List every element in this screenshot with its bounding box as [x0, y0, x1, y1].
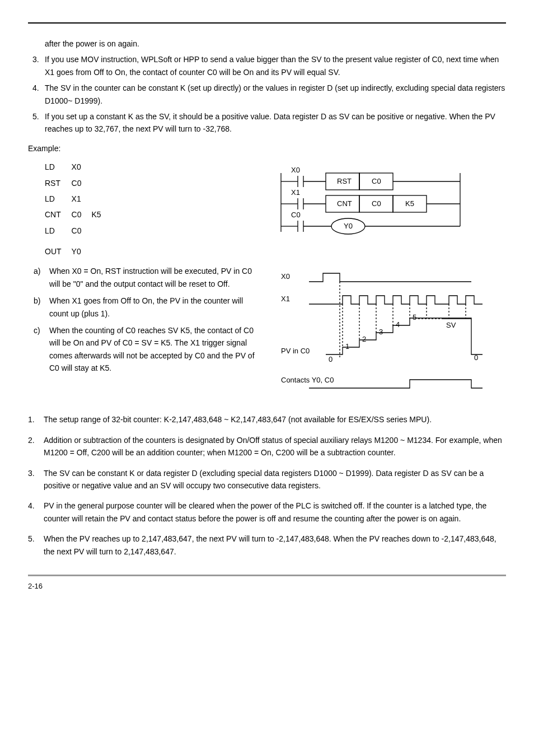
instr-op: RST — [45, 175, 72, 191]
ladder-label-k5: K5 — [405, 199, 414, 208]
timing-label-pv: PV in C0 — [281, 347, 310, 355]
list-text: Addition or subtraction of the counters … — [44, 436, 502, 457]
ladder-label-x1: X1 — [291, 188, 300, 197]
list-num: 5. — [32, 110, 39, 123]
instr-arg — [91, 239, 111, 259]
lettered-text: When X0 = On, RST instruction will be ex… — [49, 267, 252, 288]
timing-label-x1: X1 — [281, 295, 290, 303]
list-num: 3. — [32, 53, 39, 66]
ladder-diagram: X0 RST C0 X1 CNT C0 K5 C0 Y0 — [270, 159, 483, 243]
table-row: RSTC0 — [45, 175, 111, 191]
bottom-rule — [28, 575, 506, 576]
list-item-3: 3.If you use MOV instruction, WPLSoft or… — [32, 53, 506, 78]
timing-diagram-column: X0 X1 PV in C0 Contacts Y0, C0 0 1 2 3 4… — [270, 259, 506, 399]
instr-arg: C0 — [72, 207, 92, 222]
bottom-numbered-list: 1.The setup range of 32-bit counter: K-2… — [28, 413, 506, 558]
lettered-item-c: c)When the counting of C0 reaches SV K5,… — [34, 324, 264, 375]
ladder-label-c0b: C0 — [372, 199, 381, 208]
list-num: 2. — [28, 434, 35, 446]
timing-label-3: 3 — [379, 328, 383, 336]
instr-op: LD — [45, 223, 72, 239]
list-num: 4. — [32, 82, 39, 94]
top-numbered-list: 3.If you use MOV instruction, WPLSoft or… — [32, 53, 506, 135]
list-num: 4. — [28, 500, 35, 512]
lettered-list: a)When X0 = On, RST instruction will be … — [34, 265, 264, 374]
list-item-b1: 1.The setup range of 32-bit counter: K-2… — [28, 413, 506, 426]
list-text: The setup range of 32-bit counter: K-2,1… — [44, 415, 432, 424]
ladder-label-x0: X0 — [291, 166, 300, 174]
ladder-diagram-column: X0 RST C0 X1 CNT C0 K5 C0 Y0 — [270, 159, 506, 243]
ladder-label-c0c: C0 — [291, 211, 301, 219]
ladder-label-rst: RST — [337, 177, 352, 185]
table-row: LDX1 — [45, 191, 111, 207]
list-item-4: 4.The SV in the counter can be constant … — [32, 82, 506, 107]
timing-label-0: 0 — [329, 355, 332, 363]
list-text: If you use MOV instruction, WPLSoft or H… — [45, 55, 499, 76]
timing-label-5: 5 — [413, 313, 416, 321]
timing-label-2: 2 — [362, 335, 366, 343]
list-item-b3: 3.The SV can be constant K or data regis… — [28, 467, 506, 492]
instruction-table: LDX0 RSTC0 LDX1 CNTC0K5 LDC0 OUTY0 — [45, 159, 111, 259]
instr-arg — [91, 159, 111, 175]
list-text: If you set up a constant K as the SV, it… — [45, 112, 495, 133]
table-row: OUTY0 — [45, 239, 111, 259]
list-item-5: 5.If you set up a constant K as the SV, … — [32, 110, 506, 136]
instr-arg: C0 — [72, 175, 92, 191]
instr-op: LD — [45, 159, 72, 175]
timing-diagram: X0 X1 PV in C0 Contacts Y0, C0 0 1 2 3 4… — [270, 259, 505, 399]
lettered-item-a: a)When X0 = On, RST instruction will be … — [34, 265, 264, 290]
page-number: 2-16 — [28, 581, 506, 592]
example-row-2: a)When X0 = On, RST instruction will be … — [28, 259, 506, 399]
intro-continuation: after the power is on again. — [45, 38, 506, 50]
timing-label-1: 1 — [345, 342, 349, 351]
ladder-label-y0: Y0 — [344, 222, 353, 230]
list-num: 5. — [28, 533, 35, 545]
lettered-column: a)When X0 = On, RST instruction will be … — [28, 259, 270, 379]
timing-label-x0: X0 — [281, 272, 290, 281]
lettered-item-b: b)When X1 goes from Off to On, the PV in… — [34, 295, 264, 320]
instr-arg: X1 — [72, 191, 92, 207]
list-text: PV in the general purpose counter will b… — [44, 501, 486, 522]
example-row-1: LDX0 RSTC0 LDX1 CNTC0K5 LDC0 OUTY0 — [28, 159, 506, 259]
lettered-text: When the counting of C0 reaches SV K5, t… — [49, 326, 255, 372]
table-row: CNTC0K5 — [45, 207, 111, 222]
list-item-b4: 4.PV in the general purpose counter will… — [28, 500, 506, 525]
instr-arg: Y0 — [72, 239, 92, 259]
instr-arg: C0 — [72, 223, 92, 239]
instr-arg — [91, 191, 111, 207]
top-rule — [28, 22, 506, 24]
list-text: The SV can be constant K or data registe… — [44, 469, 484, 490]
instr-arg: K5 — [91, 207, 111, 222]
table-row: LDC0 — [45, 223, 111, 239]
table-row: LDX0 — [45, 159, 111, 175]
lettered-text: When X1 goes from Off to On, the PV in t… — [49, 296, 243, 318]
instruction-column: LDX0 RSTC0 LDX1 CNTC0K5 LDC0 OUTY0 — [28, 159, 270, 259]
timing-label-0r: 0 — [474, 353, 478, 362]
instr-op: LD — [45, 191, 72, 207]
letter-marker: a) — [34, 265, 40, 277]
timing-label-sv: SV — [446, 321, 456, 329]
letter-marker: b) — [34, 295, 40, 307]
instr-arg — [91, 175, 111, 191]
list-item-b2: 2.Addition or subtraction of the counter… — [28, 434, 506, 459]
list-text: When the PV reaches up to 2,147,483,647,… — [44, 534, 496, 556]
instr-op: CNT — [45, 207, 72, 222]
example-label: Example: — [28, 142, 506, 155]
timing-label-contacts: Contacts Y0, C0 — [281, 376, 334, 384]
list-num: 3. — [28, 467, 35, 479]
list-num: 1. — [28, 413, 35, 426]
ladder-label-cnt: CNT — [337, 199, 352, 208]
instr-op: OUT — [45, 239, 72, 259]
instr-arg: X0 — [72, 159, 92, 175]
timing-label-4: 4 — [396, 320, 400, 329]
list-item-b5: 5.When the PV reaches up to 2,147,483,64… — [28, 533, 506, 558]
list-text: The SV in the counter can be constant K … — [45, 83, 505, 105]
instr-arg — [91, 223, 111, 239]
letter-marker: c) — [34, 324, 40, 337]
ladder-label-c0: C0 — [372, 177, 381, 185]
